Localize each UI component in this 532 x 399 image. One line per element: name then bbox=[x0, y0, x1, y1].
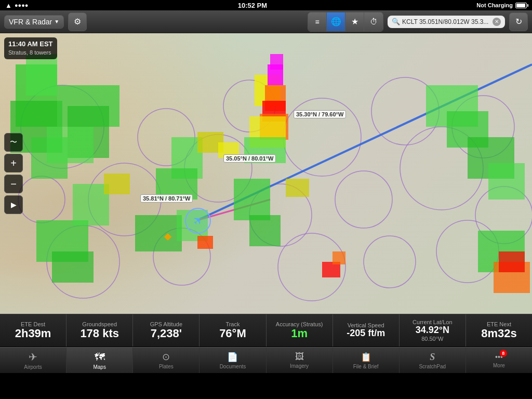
map-container[interactable]: 11:40 AM EST Stratus, 8 towers 35.30°N /… bbox=[0, 33, 532, 314]
airports-label: Airports bbox=[24, 364, 42, 370]
map-info-box: 11:40 AM EST Stratus, 8 towers bbox=[4, 37, 57, 59]
zoom-in-button[interactable]: + bbox=[4, 154, 23, 172]
status-right: Not Charging bbox=[476, 2, 527, 8]
tab-airports[interactable]: ✈ Airports bbox=[0, 348, 66, 373]
settings-button[interactable]: ⚙ bbox=[68, 12, 87, 31]
reload-button[interactable]: ↻ bbox=[509, 12, 528, 31]
zoom-out-button[interactable]: − bbox=[4, 175, 23, 193]
clock-button[interactable]: ⏱ bbox=[364, 12, 383, 31]
more-label: More bbox=[493, 363, 505, 368]
tab-file-brief[interactable]: 📋 File & Brief bbox=[333, 348, 400, 373]
map-time: 11:40 AM EST bbox=[8, 39, 53, 49]
current-lat-value: 34.92°N bbox=[416, 325, 449, 336]
battery-icon bbox=[515, 3, 527, 8]
map-background bbox=[0, 33, 532, 314]
scratchpad-label: ScratchPad bbox=[419, 364, 446, 369]
ete-next-item: ETE Next 8m32s bbox=[466, 314, 532, 347]
more-badge: 8 bbox=[500, 350, 507, 357]
current-lon-value: 80.50°W bbox=[421, 336, 443, 342]
groundspeed-value: 178 kts bbox=[80, 327, 119, 340]
clock-icon: ⏱ bbox=[370, 17, 378, 26]
map-left-controls: 〜 + − ▶ bbox=[4, 133, 23, 214]
search-icon: 🔍 bbox=[392, 18, 400, 25]
status-bar: ▲ ●●●● 10:52 PM Not Charging bbox=[0, 0, 532, 10]
plates-icon: ⊙ bbox=[162, 351, 170, 363]
maps-label: Maps bbox=[93, 364, 105, 370]
airports-icon: ✈ bbox=[29, 351, 37, 363]
vfr-radar-dropdown[interactable]: VFR & Radar ▼ bbox=[4, 15, 64, 29]
tab-documents[interactable]: 📄 Documents bbox=[200, 348, 266, 373]
layers-icon: ≡ bbox=[315, 18, 319, 26]
tab-bar: ✈ Airports 🗺 Maps ⊙ Plates 📄 Documents 🖼… bbox=[0, 347, 532, 373]
globe-icon: 🌐 bbox=[331, 17, 341, 26]
plus-icon: + bbox=[10, 157, 17, 169]
settings-icon: ⚙ bbox=[74, 17, 81, 26]
diamond-icon bbox=[164, 233, 171, 241]
documents-label: Documents bbox=[220, 364, 246, 369]
groundspeed-item: Groundspeed 178 kts bbox=[66, 314, 133, 347]
weather-toggle-button[interactable]: 〜 bbox=[4, 133, 23, 152]
more-badge-container: ••• 8 bbox=[495, 352, 503, 362]
vertical-speed-item: Vertical Speed -205 ft/m bbox=[333, 314, 400, 347]
imagery-label: Imagery bbox=[290, 363, 309, 369]
tab-more[interactable]: ••• 8 More bbox=[466, 348, 532, 373]
ete-dest-value: 2h39m bbox=[15, 327, 51, 340]
aircraft-circle: ✈ bbox=[185, 208, 211, 234]
gps-altitude-item: GPS Altitude 7,238' bbox=[133, 314, 200, 347]
favorites-button[interactable]: ★ bbox=[345, 12, 364, 31]
aircraft-marker: ✈ bbox=[185, 208, 211, 234]
minus-icon: − bbox=[10, 178, 17, 190]
signal-bars: ●●●● bbox=[15, 2, 29, 8]
dropdown-label: VFR & Radar bbox=[9, 18, 52, 26]
scratchpad-icon: S bbox=[430, 352, 435, 363]
track-item: Track 76°M bbox=[200, 314, 266, 347]
file-brief-icon: 📋 bbox=[361, 352, 371, 363]
tab-maps[interactable]: 🗺 Maps bbox=[66, 348, 133, 373]
accuracy-item: Accuracy (Stratus) 1m bbox=[267, 314, 333, 347]
search-bar[interactable]: 🔍 ✕ bbox=[388, 16, 505, 28]
ete-next-value: 8m32s bbox=[481, 327, 517, 340]
coord-label-3: 35.81°N / 80.71°W bbox=[140, 194, 193, 203]
search-input[interactable] bbox=[402, 18, 490, 25]
status-left: ▲ ●●●● bbox=[5, 2, 28, 9]
map-source: Stratus, 8 towers bbox=[8, 49, 53, 57]
coord-label-2: 35.05°N / 80.01°W bbox=[223, 154, 276, 163]
play-icon: ▶ bbox=[11, 201, 17, 209]
tab-imagery[interactable]: 🖼 Imagery bbox=[267, 348, 333, 373]
plates-label: Plates bbox=[159, 364, 174, 369]
diamond-marker bbox=[165, 234, 170, 240]
data-bar: ETE Dest 2h39m Groundspeed 178 kts GPS A… bbox=[0, 314, 532, 347]
gps-altitude-value: 7,238' bbox=[151, 327, 182, 340]
nav-bar: VFR & Radar ▼ ⚙ ≡ 🌐 ★ ⏱ 🔍 ✕ ↻ bbox=[0, 10, 532, 33]
track-up-button[interactable]: ▶ bbox=[4, 195, 23, 214]
aircraft-icon: ✈ bbox=[190, 212, 206, 229]
reload-icon: ↻ bbox=[515, 17, 522, 26]
imagery-icon: 🖼 bbox=[295, 352, 304, 362]
ete-dest-item: ETE Dest 2h39m bbox=[0, 314, 66, 347]
maps-icon: 🗺 bbox=[95, 351, 105, 363]
documents-icon: 📄 bbox=[227, 352, 238, 363]
tab-scratchpad[interactable]: S ScratchPad bbox=[400, 348, 466, 373]
vertical-speed-value: -205 ft/m bbox=[347, 328, 385, 339]
coord-label-1: 35.30°N / 79.60°W bbox=[294, 110, 346, 118]
track-value: 76°M bbox=[219, 327, 246, 340]
layers-button[interactable]: ≡ bbox=[308, 12, 327, 31]
star-icon: ★ bbox=[351, 17, 358, 26]
dropdown-arrow-icon: ▼ bbox=[54, 19, 59, 24]
file-brief-label: File & Brief bbox=[353, 364, 379, 369]
accuracy-value: 1m bbox=[291, 327, 308, 340]
search-clear-button[interactable]: ✕ bbox=[493, 18, 501, 26]
wave-icon: 〜 bbox=[10, 138, 17, 147]
status-time: 10:52 PM bbox=[238, 2, 267, 9]
wifi-icon: ▲ bbox=[5, 2, 12, 9]
globe-button[interactable]: 🌐 bbox=[327, 12, 345, 31]
current-latlon-item: Current Lat/Lon 34.92°N 80.50°W bbox=[400, 314, 466, 347]
nav-center-group: ≡ 🌐 ★ ⏱ bbox=[308, 12, 383, 32]
not-charging-text: Not Charging bbox=[476, 2, 513, 8]
tab-plates[interactable]: ⊙ Plates bbox=[133, 348, 200, 373]
